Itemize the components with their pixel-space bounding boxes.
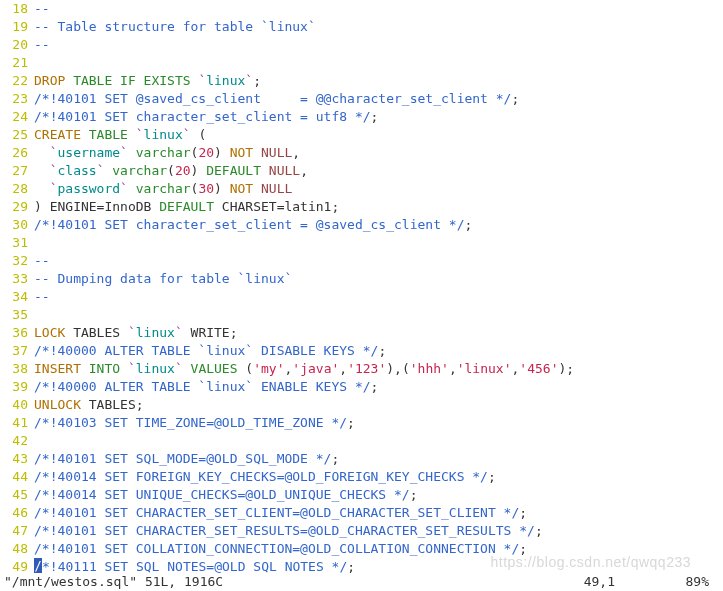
- code-line[interactable]: 27 `class` varchar(20) DEFAULT NULL,: [0, 162, 723, 180]
- code-line[interactable]: 36LOCK TABLES `linux` WRITE;: [0, 324, 723, 342]
- code-content[interactable]: ) ENGINE=InnoDB DEFAULT CHARSET=latin1;: [34, 199, 339, 214]
- token-id: linux: [136, 325, 175, 340]
- code-content[interactable]: /*!40101 SET COLLATION_CONNECTION=@OLD_C…: [34, 541, 527, 556]
- code-line[interactable]: 23/*!40101 SET @saved_cs_client = @@char…: [0, 90, 723, 108]
- code-content[interactable]: DROP TABLE IF EXISTS `linux`;: [34, 73, 261, 88]
- token-null: NULL: [269, 163, 300, 178]
- code-content[interactable]: /*!40014 SET FOREIGN_KEY_CHECKS=@OLD_FOR…: [34, 469, 496, 484]
- token-kw: TABLE: [89, 127, 128, 142]
- code-line[interactable]: 42: [0, 432, 723, 450]
- code-content[interactable]: /*!40111 SET SQL_NOTES=@OLD_SQL_NOTES */…: [34, 559, 355, 574]
- token-plain: [81, 127, 89, 142]
- token-null: NULL: [261, 145, 292, 160]
- code-line[interactable]: 22DROP TABLE IF EXISTS `linux`;: [0, 72, 723, 90]
- code-line[interactable]: 21: [0, 54, 723, 72]
- code-content[interactable]: CREATE TABLE `linux` (: [34, 127, 206, 142]
- code-line[interactable]: 48/*!40101 SET COLLATION_CONNECTION=@OLD…: [0, 540, 723, 558]
- token-plain: ,: [339, 361, 347, 376]
- code-line[interactable]: 32--: [0, 252, 723, 270]
- code-line[interactable]: 40UNLOCK TABLES;: [0, 396, 723, 414]
- code-line[interactable]: 28 `password` varchar(30) NOT NULL: [0, 180, 723, 198]
- line-number: 38: [0, 360, 34, 378]
- code-content[interactable]: /*!40101 SET character_set_client = @sav…: [34, 217, 472, 232]
- token-plain: (: [167, 163, 175, 178]
- line-number: 48: [0, 540, 34, 558]
- token-plain: ,: [449, 361, 457, 376]
- code-line[interactable]: 37/*!40000 ALTER TABLE `linux` DISABLE K…: [0, 342, 723, 360]
- code-line[interactable]: 47/*!40101 SET CHARACTER_SET_RESULTS=@OL…: [0, 522, 723, 540]
- code-content[interactable]: --: [34, 289, 50, 304]
- line-number: 22: [0, 72, 34, 90]
- code-line[interactable]: 34--: [0, 288, 723, 306]
- token-type: varchar: [136, 145, 191, 160]
- token-stmt: UNLOCK: [34, 397, 81, 412]
- token-com: /*!40101 SET CHARACTER_SET_RESULTS=@OLD_…: [34, 523, 535, 538]
- code-content[interactable]: -- Dumping data for table `linux`: [34, 271, 292, 286]
- token-plain: ;: [371, 379, 379, 394]
- code-line[interactable]: 29) ENGINE=InnoDB DEFAULT CHARSET=latin1…: [0, 198, 723, 216]
- line-number: 31: [0, 234, 34, 252]
- code-content[interactable]: `username` varchar(20) NOT NULL,: [34, 145, 300, 160]
- code-content[interactable]: --: [34, 37, 50, 52]
- token-null: NULL: [261, 181, 292, 196]
- code-content[interactable]: `class` varchar(20) DEFAULT NULL,: [34, 163, 308, 178]
- code-line[interactable]: 19-- Table structure for table `linux`: [0, 18, 723, 36]
- token-str: 'java': [292, 361, 339, 376]
- code-content[interactable]: `password` varchar(30) NOT NULL: [34, 181, 292, 196]
- code-content[interactable]: -- Table structure for table `linux`: [34, 19, 316, 34]
- line-number: 29: [0, 198, 34, 216]
- code-content[interactable]: UNLOCK TABLES;: [34, 397, 144, 412]
- code-line[interactable]: 35: [0, 306, 723, 324]
- code-content[interactable]: /*!40000 ALTER TABLE `linux` ENABLE KEYS…: [34, 379, 378, 394]
- token-num: 30: [198, 181, 214, 196]
- token-str: 'hhh': [410, 361, 449, 376]
- code-line[interactable]: 45/*!40014 SET UNIQUE_CHECKS=@OLD_UNIQUE…: [0, 486, 723, 504]
- token-com: --: [34, 37, 50, 52]
- token-plain: ;: [464, 217, 472, 232]
- token-plain: [128, 181, 136, 196]
- code-content[interactable]: /*!40000 ALTER TABLE `linux` DISABLE KEY…: [34, 343, 386, 358]
- token-com: /*!40000 ALTER TABLE `linux` ENABLE KEYS…: [34, 379, 371, 394]
- code-line[interactable]: 44/*!40014 SET FOREIGN_KEY_CHECKS=@OLD_F…: [0, 468, 723, 486]
- token-kw: EXISTS: [144, 73, 191, 88]
- token-str: 'my': [253, 361, 284, 376]
- code-content[interactable]: /*!40101 SET character_set_client = utf8…: [34, 109, 378, 124]
- code-line[interactable]: 43/*!40101 SET SQL_MODE=@OLD_SQL_MODE */…: [0, 450, 723, 468]
- line-number: 36: [0, 324, 34, 342]
- code-line[interactable]: 26 `username` varchar(20) NOT NULL,: [0, 144, 723, 162]
- token-bt: `: [128, 361, 136, 376]
- code-line[interactable]: 25CREATE TABLE `linux` (: [0, 126, 723, 144]
- code-line[interactable]: 30/*!40101 SET character_set_client = @s…: [0, 216, 723, 234]
- code-line[interactable]: 33-- Dumping data for table `linux`: [0, 270, 723, 288]
- token-plain: TABLES;: [81, 397, 144, 412]
- token-com: --: [34, 253, 50, 268]
- line-number: 46: [0, 504, 34, 522]
- code-content[interactable]: --: [34, 253, 50, 268]
- code-content[interactable]: LOCK TABLES `linux` WRITE;: [34, 325, 238, 340]
- code-line[interactable]: 38INSERT INTO `linux` VALUES ('my','java…: [0, 360, 723, 378]
- code-content[interactable]: INSERT INTO `linux` VALUES ('my','java',…: [34, 361, 574, 376]
- code-content[interactable]: /*!40101 SET SQL_MODE=@OLD_SQL_MODE */;: [34, 451, 339, 466]
- code-content[interactable]: --: [34, 1, 50, 16]
- code-line[interactable]: 24/*!40101 SET character_set_client = ut…: [0, 108, 723, 126]
- code-line[interactable]: 46/*!40101 SET CHARACTER_SET_CLIENT=@OLD…: [0, 504, 723, 522]
- token-plain: ;: [535, 523, 543, 538]
- token-com: -- Table structure for table `linux`: [34, 19, 316, 34]
- code-line[interactable]: 18--: [0, 0, 723, 18]
- code-line[interactable]: 20--: [0, 36, 723, 54]
- code-content[interactable]: /*!40101 SET @saved_cs_client = @@charac…: [34, 91, 519, 106]
- line-number: 44: [0, 468, 34, 486]
- token-com: /*!40103 SET TIME_ZONE=@OLD_TIME_ZONE */: [34, 415, 347, 430]
- token-plain: [34, 145, 50, 160]
- code-editor-viewport[interactable]: 18--19-- Table structure for table `linu…: [0, 0, 723, 576]
- token-com: /*!40101 SET @saved_cs_client = @@charac…: [34, 91, 511, 106]
- code-line[interactable]: 41/*!40103 SET TIME_ZONE=@OLD_TIME_ZONE …: [0, 414, 723, 432]
- line-number: 37: [0, 342, 34, 360]
- code-line[interactable]: 39/*!40000 ALTER TABLE `linux` ENABLE KE…: [0, 378, 723, 396]
- token-stmt: LOCK: [34, 325, 65, 340]
- code-content[interactable]: /*!40101 SET CHARACTER_SET_RESULTS=@OLD_…: [34, 523, 543, 538]
- code-content[interactable]: /*!40014 SET UNIQUE_CHECKS=@OLD_UNIQUE_C…: [34, 487, 418, 502]
- code-line[interactable]: 31: [0, 234, 723, 252]
- code-content[interactable]: /*!40101 SET CHARACTER_SET_CLIENT=@OLD_C…: [34, 505, 527, 520]
- code-content[interactable]: /*!40103 SET TIME_ZONE=@OLD_TIME_ZONE */…: [34, 415, 355, 430]
